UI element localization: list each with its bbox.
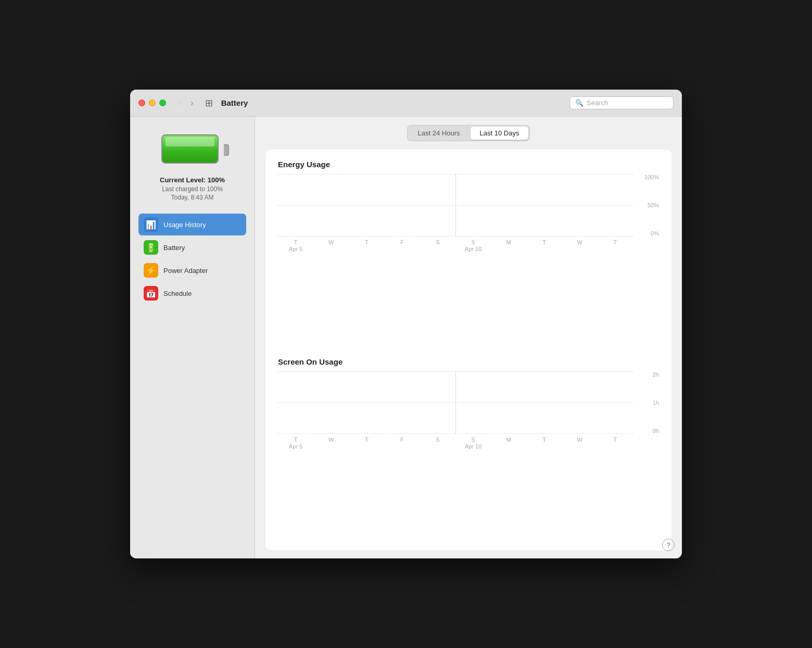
screen-x-day-5: S bbox=[471, 437, 475, 443]
sidebar-item-battery[interactable]: 🔋 Battery bbox=[138, 236, 246, 258]
screen-x-label-1: W bbox=[313, 435, 349, 455]
battery-tip bbox=[224, 144, 229, 156]
battery-nav-icon: 🔋 bbox=[144, 240, 158, 255]
screen-x-labels: T Apr 5 W T F bbox=[278, 435, 633, 455]
search-icon: 🔍 bbox=[575, 99, 583, 107]
sidebar: Current Level: 100% Last charged to 100%… bbox=[130, 117, 255, 558]
x-label-group-2: T bbox=[349, 238, 384, 257]
screen-x-label-8: W bbox=[562, 435, 598, 455]
energy-chart-title: Energy Usage bbox=[278, 160, 659, 169]
screen-y-label-0h: 0h bbox=[653, 428, 659, 434]
screen-x-label-7: T bbox=[526, 435, 562, 455]
sidebar-item-schedule[interactable]: 📅 Schedule bbox=[138, 282, 246, 304]
screen-x-label-9: T bbox=[598, 435, 633, 455]
x-day-0: T bbox=[294, 239, 298, 246]
screen-x-day-8: W bbox=[577, 437, 582, 443]
nav-buttons: ‹ › bbox=[176, 96, 197, 110]
screen-x-label-0: T Apr 5 bbox=[278, 435, 313, 455]
sidebar-item-usage-history[interactable]: 📊 Usage History bbox=[138, 214, 246, 235]
battery-body bbox=[161, 134, 219, 164]
screen-x-label-6: M bbox=[491, 435, 526, 455]
fullscreen-button[interactable] bbox=[159, 99, 166, 106]
x-label-group-3: F bbox=[385, 238, 420, 257]
x-day-5: S bbox=[471, 239, 475, 246]
tab-last-24h[interactable]: Last 24 Hours bbox=[409, 127, 470, 140]
energy-x-labels: T Apr 5 W T F bbox=[278, 238, 633, 257]
screen-y-labels: 2h 1h 0h bbox=[636, 371, 659, 434]
screen-x-day-1: W bbox=[328, 437, 334, 443]
screen-x-day-2: T bbox=[365, 437, 369, 443]
back-button[interactable]: ‹ bbox=[176, 96, 185, 110]
search-input[interactable] bbox=[587, 99, 668, 107]
sidebar-label-usage-history: Usage History bbox=[163, 221, 206, 229]
power-adapter-icon: ⚡ bbox=[144, 263, 158, 278]
x-day-9: T bbox=[614, 239, 617, 246]
x-day-6: M bbox=[506, 239, 511, 246]
screen-chart-section: Screen On Usage 2h 1h 0h bbox=[278, 357, 659, 540]
x-day-1: W bbox=[328, 239, 334, 246]
screen-x-day-7: T bbox=[542, 437, 546, 443]
screen-x-label-5: S Apr 10 bbox=[455, 435, 491, 455]
battery-info: Current Level: 100% Last charged to 100%… bbox=[160, 176, 225, 201]
x-label-group-9: T bbox=[598, 238, 633, 257]
screen-y-label-2h: 2h bbox=[653, 371, 659, 378]
screen-x-day-4: S bbox=[436, 437, 439, 443]
x-label-group-6: M bbox=[491, 238, 526, 257]
charged-time: Today, 8:43 AM bbox=[160, 194, 225, 201]
screen-x-date-0: Apr 5 bbox=[289, 443, 302, 450]
main-content: Last 24 Hours Last 10 Days Energy Usage bbox=[255, 117, 682, 558]
x-label-group-0: T Apr 5 bbox=[278, 238, 313, 257]
schedule-icon: 📅 bbox=[144, 286, 158, 301]
app-window: ‹ › ⊞ Battery 🔍 bbox=[130, 90, 682, 558]
tab-last-10d[interactable]: Last 10 Days bbox=[471, 127, 529, 140]
minimize-button[interactable] bbox=[149, 99, 156, 106]
sidebar-label-schedule: Schedule bbox=[163, 290, 192, 297]
x-label-group-8: W bbox=[562, 238, 598, 257]
window-title: Battery bbox=[221, 98, 248, 107]
screen-x-label-3: F bbox=[385, 435, 420, 455]
screen-chart-title: Screen On Usage bbox=[278, 357, 659, 366]
battery-icon-container bbox=[161, 134, 224, 166]
tab-group: Last 24 Hours Last 10 Days bbox=[407, 125, 530, 141]
sidebar-nav: 📊 Usage History 🔋 Battery ⚡ Power Adapte… bbox=[138, 214, 246, 304]
y-label-0: 0% bbox=[651, 230, 659, 236]
x-day-2: T bbox=[365, 239, 369, 246]
sidebar-label-power-adapter: Power Adapter bbox=[163, 267, 208, 275]
forward-button[interactable]: › bbox=[187, 96, 196, 110]
x-date-5: Apr 10 bbox=[465, 246, 481, 253]
x-label-group-1: W bbox=[313, 238, 349, 257]
search-box[interactable]: 🔍 bbox=[569, 96, 674, 109]
screen-x-day-0: T bbox=[294, 437, 298, 443]
screen-bars bbox=[278, 371, 633, 434]
help-button[interactable]: ? bbox=[662, 539, 675, 551]
sidebar-item-power-adapter[interactable]: ⚡ Power Adapter bbox=[138, 259, 246, 281]
screen-chart-area: 2h 1h 0h bbox=[278, 371, 659, 455]
sidebar-label-battery: Battery bbox=[163, 244, 185, 252]
energy-y-labels: 100% 50% 0% bbox=[636, 174, 659, 236]
x-label-group-5: S Apr 10 bbox=[455, 238, 491, 257]
usage-history-icon: 📊 bbox=[144, 217, 158, 232]
x-day-3: F bbox=[400, 239, 404, 246]
last-charged: Last charged to 100% bbox=[160, 185, 225, 193]
body: Current Level: 100% Last charged to 100%… bbox=[130, 117, 682, 558]
screen-x-day-3: F bbox=[400, 437, 404, 443]
energy-bars bbox=[278, 174, 633, 236]
x-label-group-7: T bbox=[526, 238, 562, 257]
traffic-lights bbox=[138, 99, 166, 106]
battery-sheen bbox=[162, 135, 218, 163]
close-button[interactable] bbox=[138, 99, 145, 106]
screen-x-day-9: T bbox=[614, 437, 617, 443]
energy-chart-section: Energy Usage 100% 50% 0% bbox=[278, 160, 659, 343]
x-day-8: W bbox=[577, 239, 582, 246]
energy-chart-area: 100% 50% 0% bbox=[278, 174, 659, 257]
x-date-0: Apr 5 bbox=[289, 246, 302, 253]
x-day-7: T bbox=[542, 239, 546, 246]
y-label-100: 100% bbox=[644, 174, 659, 180]
screen-y-label-1h: 1h bbox=[653, 400, 659, 406]
battery-graphic bbox=[161, 134, 224, 166]
screen-x-day-6: M bbox=[506, 437, 511, 443]
screen-x-date-5: Apr 10 bbox=[465, 443, 481, 450]
grid-icon[interactable]: ⊞ bbox=[205, 97, 213, 109]
titlebar: ‹ › ⊞ Battery 🔍 bbox=[130, 90, 682, 117]
current-level: Current Level: 100% bbox=[160, 176, 225, 184]
